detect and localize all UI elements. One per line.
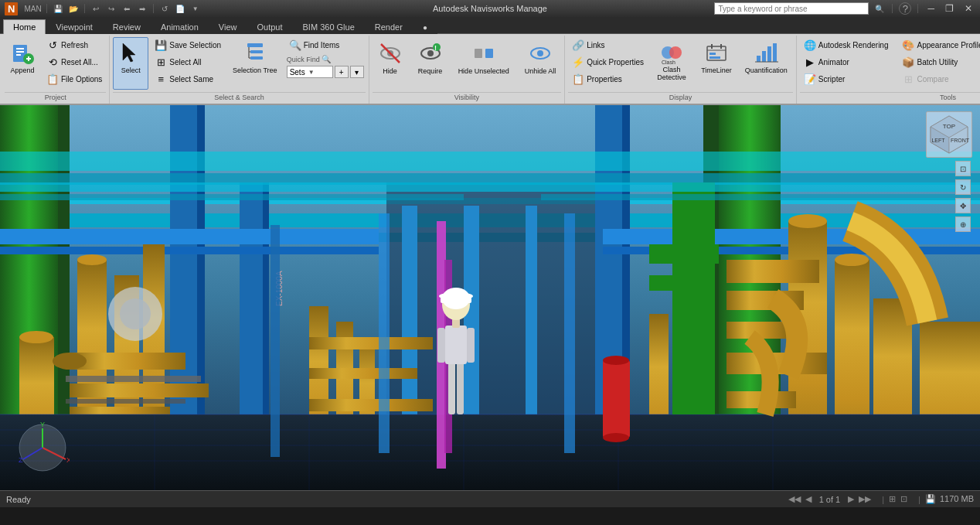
refresh-button[interactable]: ↺ Refresh [43, 37, 106, 53]
select-same-button[interactable]: ≡ Select Same [151, 71, 225, 87]
sep5 [917, 4, 918, 13]
app-logo-n[interactable]: N [5, 2, 18, 15]
svg-rect-2 [16, 51, 24, 53]
qat-new[interactable]: 📄 [174, 2, 186, 15]
nav-back-button[interactable]: ◀ [805, 494, 812, 504]
file-options-button[interactable]: 📋 File Options [43, 71, 106, 87]
find-items-button[interactable]: 🔍 Find Items [285, 37, 366, 53]
qat-customize[interactable]: ▼ [189, 2, 202, 15]
save-selection-icon: 💾 [155, 39, 167, 51]
save-selection-button[interactable]: 💾 Save Selection [151, 37, 225, 53]
quick-properties-button[interactable]: ⚡ Quick Properties [568, 54, 648, 70]
page-info: 1 of 1 [819, 495, 841, 504]
qat-open[interactable]: 📂 [67, 2, 80, 15]
svg-point-25 [537, 50, 543, 56]
file-options-icon: 📋 [46, 73, 59, 85]
svg-rect-75 [70, 353, 185, 370]
display-links-col: 🔗 Links ⚡ Quick Properties 📋 Properties [568, 37, 648, 87]
reset-icon: ⟲ [46, 56, 59, 68]
title-bar-controls: 🔍 ? ─ ❐ ✕ [714, 2, 975, 15]
selection-tree-button[interactable]: Selection Tree [227, 37, 283, 90]
append-button[interactable]: Append [5, 37, 40, 90]
qat-undo[interactable]: ↩ [90, 2, 102, 15]
memory-indicator: 💾 1170 MB [925, 494, 974, 504]
nav-pan[interactable]: ✥ [955, 198, 971, 213]
svg-rect-147 [66, 399, 185, 404]
tab-bim360[interactable]: BIM 360 Glue [293, 19, 365, 34]
sets-dropdown[interactable]: Sets ▼ [287, 66, 333, 78]
restore-button[interactable]: ❐ [942, 2, 957, 15]
timeliner-button[interactable]: TimeLiner [696, 37, 737, 90]
tab-view[interactable]: View [209, 19, 247, 34]
clash-detective-button[interactable]: Clash ClashDetective [650, 37, 693, 90]
svg-point-139 [120, 298, 151, 329]
nav-next-button[interactable]: ▶▶ [859, 494, 871, 504]
appearance-profiler-button[interactable]: 🎨 Appearance Profiler [898, 37, 980, 53]
svg-rect-143 [0, 182, 980, 192]
nav-orbit[interactable]: ↻ [955, 179, 971, 195]
clash-detective-icon: Clash [659, 40, 684, 65]
tab-render[interactable]: Render [365, 19, 413, 34]
qat-fwd[interactable]: ➡ [136, 2, 148, 15]
svg-point-19 [427, 50, 434, 56]
links-button[interactable]: 🔗 Links [568, 37, 648, 53]
status-right: ◀◀ ◀ 1 of 1 ▶ ▶▶ | ⊞ ⊡ | 💾 1170 MB [788, 494, 974, 504]
sets-menu-button[interactable]: ▾ [350, 66, 364, 78]
help-icon[interactable]: ? [899, 2, 911, 15]
append-icon [10, 40, 35, 65]
autodesk-rendering-button[interactable]: 🌐 Autodesk Rendering [800, 37, 893, 53]
properties-button[interactable]: 📋 Properties [568, 71, 648, 87]
tab-review[interactable]: Review [103, 19, 151, 34]
hide-unselected-icon [471, 41, 496, 66]
tab-pin[interactable]: ● [413, 20, 437, 34]
require-button[interactable]: ! Require [413, 38, 448, 90]
tab-output[interactable]: Output [247, 19, 293, 34]
batch-utility-button[interactable]: 📦 Batch Utility [898, 54, 980, 70]
nav-cube[interactable]: TOP LEFT FRONT [926, 111, 972, 158]
svg-text:!: ! [434, 44, 437, 52]
view-toggle[interactable]: ⊡ [900, 494, 907, 504]
tab-home[interactable]: Home [3, 19, 46, 34]
scene-svg: EX-1000A [0, 105, 980, 490]
nav-zoom[interactable]: ⊕ [955, 216, 971, 232]
select-all-button[interactable]: ⊞ Select All [151, 54, 225, 70]
hide-button[interactable]: Hide [373, 38, 408, 90]
tab-viewpoint[interactable]: Viewpoint [46, 19, 103, 34]
compare-button[interactable]: ⊞ Compare [898, 71, 980, 87]
close-button[interactable]: ✕ [961, 2, 975, 15]
reset-all-button[interactable]: ⟲ Reset All... [43, 54, 106, 70]
tab-animation[interactable]: Animation [151, 19, 209, 34]
animator-button[interactable]: ▶ Animator [800, 54, 893, 70]
hide-unselected-button[interactable]: Hide Unselected [453, 38, 515, 90]
select-button[interactable]: Select [113, 37, 148, 90]
magnifier-small-icon: 🔍 [322, 55, 331, 63]
qat-save[interactable]: 💾 [52, 2, 64, 15]
keyword-search-input[interactable] [714, 2, 869, 15]
svg-rect-8 [247, 43, 263, 47]
sets-row-container: Sets ▼ + ▾ [285, 65, 366, 79]
ribbon-group-select: Select 💾 Save Selection ⊞ Select All ≡ S… [110, 36, 369, 104]
svg-point-76 [53, 353, 87, 370]
visibility-group-label: Visibility [373, 92, 562, 102]
sets-add-button[interactable]: + [335, 66, 349, 78]
qat-back[interactable]: ⬅ [121, 2, 133, 15]
compare-icon: ⊞ [902, 73, 914, 85]
svg-rect-65 [0, 229, 379, 244]
minimize-button[interactable]: ─ [924, 2, 937, 15]
grid-view-button[interactable]: ⊞ [889, 494, 896, 504]
viewport[interactable]: EX-1000A [0, 105, 980, 490]
scripter-button[interactable]: 📝 Scripter [800, 71, 893, 87]
nav-zoom-extents[interactable]: ⊡ [955, 161, 971, 176]
unhide-all-button[interactable]: Unhide All [519, 38, 562, 90]
search-icon[interactable]: 🔍 [873, 2, 886, 15]
quantification-button[interactable]: Quantification [740, 37, 793, 90]
project-small-btns: ↺ Refresh ⟲ Reset All... 📋 File Options [43, 37, 106, 87]
svg-text:Z: Z [19, 456, 23, 464]
svg-rect-35 [757, 56, 761, 62]
nav-fwd-button[interactable]: ▶ [848, 494, 854, 504]
qat-refresh[interactable]: ↺ [158, 2, 171, 15]
svg-rect-33 [709, 53, 716, 55]
qat-redo[interactable]: ↪ [105, 2, 117, 15]
nav-prev-button[interactable]: ◀◀ [788, 494, 801, 504]
project-group-label: Project [5, 92, 106, 102]
